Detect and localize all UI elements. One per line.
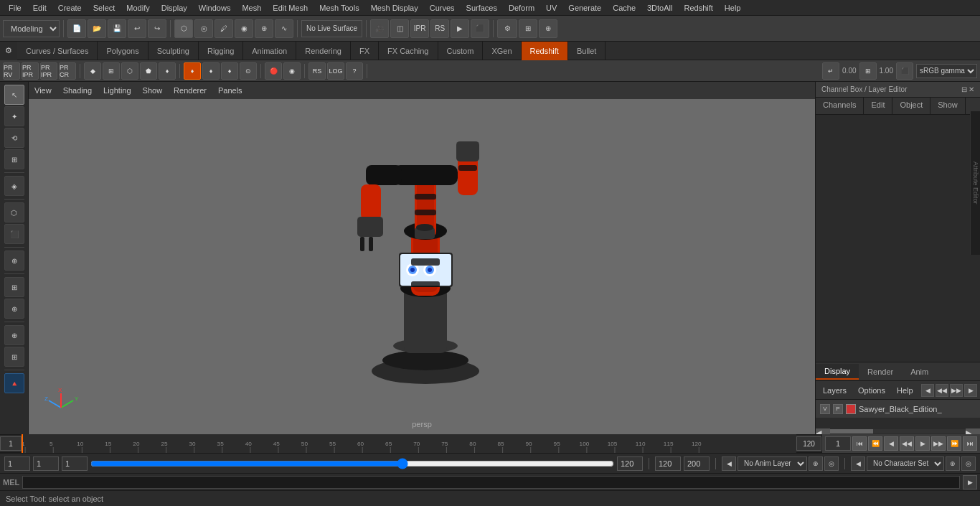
ch-tab-edit[interactable]: Edit (864, 98, 892, 114)
layer-menu-layers[interactable]: Layers (819, 385, 851, 396)
gamma-icon[interactable]: ⬛ (896, 62, 913, 80)
scale-icon[interactable]: ⊞ (859, 62, 877, 80)
timeline-range-slider[interactable] (90, 459, 614, 469)
ch-tab-channels[interactable]: Channels (816, 98, 864, 114)
menu-mesh[interactable]: Mesh (236, 2, 267, 14)
vp-menu-view[interactable]: View (34, 86, 52, 95)
rs-icon11[interactable]: ♦ (202, 62, 220, 80)
tab-settings-btn[interactable]: ⚙ (0, 42, 17, 60)
grid-btn2[interactable]: ⊞ (4, 277, 24, 297)
mel-input[interactable] (22, 476, 960, 489)
rs-icon4[interactable]: PR CR (59, 62, 76, 80)
current-field[interactable] (33, 456, 59, 471)
wire-btn[interactable]: ∿ (275, 19, 293, 38)
play-forward-btn[interactable]: ▶ (915, 436, 930, 451)
dr-tab-display[interactable]: Display (816, 364, 859, 380)
next-keyframe-btn[interactable]: ⏩ (947, 436, 961, 451)
anim-layer-arrow-left[interactable]: ◀ (722, 456, 736, 471)
dr-tab-render[interactable]: Render (859, 365, 902, 379)
layer-scroll-left[interactable]: ◀ (816, 428, 830, 434)
rs-icon14[interactable]: 🔴 (265, 62, 282, 80)
menu-mesh-tools[interactable]: Mesh Tools (314, 2, 364, 14)
move-tool-btn[interactable]: ✦ (4, 106, 24, 126)
layer-visibility-btn[interactable]: V (820, 404, 830, 414)
mel-run-btn[interactable]: ▶ (963, 475, 977, 489)
timeline[interactable]: 1 5 10 15 20 25 30 35 40 45 50 55 60 65 … (22, 434, 796, 453)
layer-end-btn[interactable]: ▶ (964, 384, 977, 397)
rs-icon2[interactable]: PR IPR (22, 62, 39, 80)
menu-edit-mesh[interactable]: Edit Mesh (267, 2, 314, 14)
paint-btn[interactable]: 🖊 (215, 19, 233, 38)
rs-icon10[interactable]: ♦ (184, 62, 201, 80)
select-tool-btn[interactable]: ↖ (4, 85, 24, 105)
playback-start-field[interactable] (655, 456, 681, 471)
ipr-btn[interactable]: IPR (410, 19, 429, 38)
menu-edit[interactable]: Edit (27, 2, 52, 14)
grid-btn3[interactable]: ⊕ (4, 299, 24, 319)
channel-box-resize[interactable]: ⊟ (961, 85, 967, 93)
layer-next-btn[interactable]: ▶▶ (950, 384, 963, 397)
rotate-tool-btn[interactable]: ⟲ (4, 128, 24, 148)
grid-btn[interactable]: ⊞ (519, 19, 537, 38)
soft-select-btn[interactable]: ⬡ (4, 202, 24, 222)
layer-scroll-thumb[interactable] (830, 429, 873, 434)
rs-icon15[interactable]: ◉ (283, 62, 301, 80)
menu-display[interactable]: Display (156, 2, 193, 14)
gamma-dropdown[interactable]: sRGB gamma (916, 64, 977, 78)
timeline-range-end[interactable] (796, 436, 821, 451)
universal-tool-btn[interactable]: ◈ (4, 176, 24, 196)
render3-btn[interactable]: ⬛ (471, 19, 489, 38)
tab-rigging[interactable]: Rigging (199, 42, 243, 60)
menu-help[interactable]: Help (719, 2, 747, 14)
tab-redshift[interactable]: Redshift (522, 42, 568, 60)
playback-end-field[interactable] (684, 456, 710, 471)
play-back-btn[interactable]: ◀◀ (900, 436, 914, 451)
layer-menu-help[interactable]: Help (892, 385, 918, 396)
menu-select[interactable]: Select (88, 2, 121, 14)
char-set-btn1[interactable]: ⊕ (946, 456, 960, 471)
menu-windows[interactable]: Windows (193, 2, 237, 14)
save-file-btn[interactable]: 💾 (108, 19, 126, 38)
channel-box-close[interactable]: ✕ (969, 85, 974, 93)
start-frame-field[interactable] (4, 456, 30, 471)
menu-file[interactable]: File (3, 2, 27, 14)
settings-btn[interactable]: ⚙ (497, 19, 517, 38)
ch-tab-show[interactable]: Show (930, 98, 966, 114)
char-set-btn2[interactable]: ◎ (961, 456, 976, 471)
ch-tab-object[interactable]: Object (892, 98, 930, 114)
menu-surfaces[interactable]: Surfaces (461, 2, 503, 14)
rs-icon12[interactable]: ♦ (221, 62, 238, 80)
cam-btn[interactable]: 🎥 (370, 19, 389, 38)
menu-generate[interactable]: Generate (562, 2, 607, 14)
res-btn[interactable]: ◫ (390, 19, 409, 38)
menu-curves[interactable]: Curves (424, 2, 461, 14)
dr-tab-anim[interactable]: Anim (902, 365, 937, 379)
prev-keyframe-btn[interactable]: ⏪ (868, 436, 882, 451)
viewport[interactable]: View Shading Lighting Show Renderer Pane… (29, 82, 815, 434)
tab-fx[interactable]: FX (351, 42, 379, 60)
vp-menu-shading[interactable]: Shading (63, 86, 92, 95)
menu-cache[interactable]: Cache (607, 2, 641, 14)
lasso-btn[interactable]: ◎ (194, 19, 213, 38)
tab-curves-surfaces[interactable]: Curves / Surfaces (17, 42, 98, 60)
tab-xgen[interactable]: XGen (483, 42, 521, 60)
rs-icon16[interactable]: RS (308, 62, 326, 80)
tab-polygons[interactable]: Polygons (98, 42, 148, 60)
char-set-arrow-left[interactable]: ◀ (851, 456, 865, 471)
char-set-dropdown[interactable]: No Character Set (867, 456, 944, 471)
vp-menu-renderer[interactable]: Renderer (174, 86, 207, 95)
tab-fx-caching[interactable]: FX Caching (379, 42, 438, 60)
vp-menu-panels[interactable]: Panels (218, 86, 242, 95)
anim-layer-dropdown[interactable]: No Anim Layer (738, 456, 807, 471)
go-to-end-btn[interactable]: ⏭ (963, 436, 977, 451)
tab-custom[interactable]: Custom (438, 42, 484, 60)
current-frame-input[interactable] (825, 436, 851, 451)
marquee-btn[interactable]: ⬛ (4, 224, 24, 244)
menu-deform[interactable]: Deform (503, 2, 540, 14)
open-file-btn[interactable]: 📂 (88, 19, 106, 38)
timeline-range-start[interactable] (0, 436, 22, 451)
rs-icon18[interactable]: ? (346, 62, 363, 80)
menu-redshift[interactable]: Redshift (678, 2, 718, 14)
menu-uv[interactable]: UV (540, 2, 562, 14)
anim-layer-btn1[interactable]: ⊕ (809, 456, 823, 471)
